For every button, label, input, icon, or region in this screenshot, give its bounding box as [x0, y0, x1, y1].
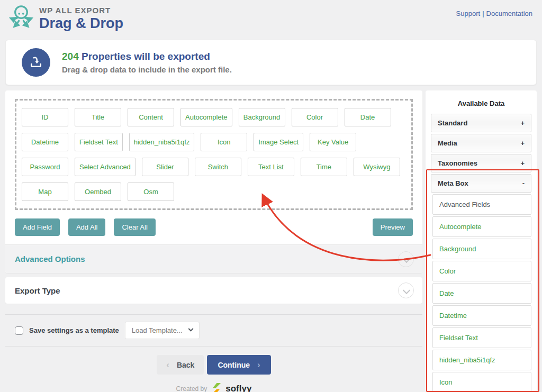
logo: WP ALL EXPORT Drag & Drop [7, 4, 123, 33]
accordion-section[interactable]: Meta Box - [431, 174, 531, 193]
meta-box-field[interactable]: Date [432, 283, 531, 304]
meta-box-field-list: Advanced Fields Autocomplete Background … [431, 194, 531, 392]
wp-all-export-page: WP ALL EXPORT Drag & Drop Support|Docume… [0, 0, 542, 392]
meta-box-field[interactable]: Fieldset Text [432, 327, 531, 348]
add-field-button[interactable]: Add Field [15, 218, 60, 236]
export-type-toggle[interactable]: Export Type [5, 277, 422, 304]
back-label: Back [177, 361, 194, 369]
accordion-section[interactable]: Media + [431, 134, 531, 152]
accordion-state-icon: + [520, 139, 525, 147]
available-data-title: Available Data [431, 97, 531, 114]
chevron-left-icon: ‹ [166, 360, 169, 369]
continue-button[interactable]: Continue › [207, 355, 270, 375]
documentation-link[interactable]: Documentation [486, 10, 532, 17]
field-chip[interactable]: Image Select [254, 133, 303, 151]
advanced-options-toggle[interactable]: Advanced Options [5, 244, 422, 273]
field-chip[interactable]: Time [301, 158, 347, 176]
export-summary-banner: 204 Properties will be exported Drag & d… [5, 40, 537, 85]
save-template-label: Save settings as a template [29, 326, 119, 334]
field-chip[interactable]: Icon [201, 133, 247, 151]
load-template-value: Load Template... [132, 326, 183, 334]
link-separator: | [482, 10, 484, 17]
properties-count-heading: 204 Properties will be exported [62, 51, 232, 62]
field-chip[interactable]: Datetime [22, 133, 68, 151]
divider [5, 346, 422, 347]
page-title: Drag & Drop [39, 15, 123, 32]
field-chip[interactable]: Switch [195, 158, 241, 176]
meta-box-field[interactable]: Color [432, 261, 531, 281]
export-type-label: Export Type [15, 286, 60, 295]
header: WP ALL EXPORT Drag & Drop Support|Docume… [0, 0, 542, 35]
chevron-down-icon[interactable] [398, 251, 414, 267]
meta-box-field[interactable]: Background [432, 239, 531, 259]
accordion-state-icon: + [520, 119, 525, 127]
footer: Created by soflyy [5, 383, 422, 392]
export-fields-dropzone[interactable]: IDTitleContentAutocompleteBackgroundColo… [15, 99, 413, 210]
advanced-options-label: Advanced Options [15, 254, 85, 263]
field-chip[interactable]: Content [128, 108, 174, 126]
clear-all-button[interactable]: Clear All [114, 218, 155, 236]
field-chip[interactable]: Title [75, 108, 121, 126]
preview-button[interactable]: Preview [373, 218, 413, 236]
field-chip[interactable]: Autocomplete [180, 108, 232, 126]
accordion-state-icon: + [520, 159, 525, 167]
accordion-state-icon: - [522, 179, 525, 187]
accordion-label: Taxonomies [438, 159, 477, 167]
download-icon [22, 48, 50, 77]
available-data-panel: Available Data Standard + Media + Taxono… [426, 90, 537, 392]
accordion-label: Media [438, 139, 457, 147]
back-button[interactable]: ‹ Back [157, 355, 204, 375]
field-chip[interactable]: Map [22, 183, 68, 201]
properties-count: 204 [62, 51, 79, 62]
meta-box-field[interactable]: Autocomplete [432, 216, 531, 237]
wizard-nav: ‹ Back Continue › [5, 355, 422, 375]
meta-box-field[interactable]: Icon [432, 372, 531, 392]
field-chip[interactable]: hidden_niba5i1qfz [129, 133, 195, 151]
banner-subtitle: Drag & drop data to include in the expor… [62, 65, 232, 74]
octopus-logo-icon [7, 4, 35, 33]
field-chip[interactable]: Oembed [75, 183, 121, 201]
field-chip[interactable]: Date [345, 108, 391, 126]
app-name: WP ALL EXPORT [39, 6, 123, 15]
field-chip[interactable]: Password [22, 158, 68, 176]
field-chip[interactable]: Osm [128, 183, 174, 201]
meta-box-field[interactable]: Datetime [432, 305, 531, 326]
meta-box-field[interactable]: hidden_niba5i1qfz [432, 350, 531, 370]
field-chip[interactable]: ID [22, 108, 68, 126]
field-chip[interactable]: Slider [142, 158, 188, 176]
properties-heading-text: Properties will be exported [79, 51, 210, 62]
field-chip[interactable]: Wysiwyg [354, 158, 400, 176]
accordion-list: Standard + Media + Taxonomies + Met [431, 114, 531, 193]
soflyy-brand-text[interactable]: soflyy [225, 384, 251, 392]
field-chip[interactable]: Background [239, 108, 285, 126]
chevron-right-icon: › [257, 360, 260, 369]
drag-drop-card: IDTitleContentAutocompleteBackgroundColo… [5, 90, 422, 273]
continue-label: Continue [218, 361, 250, 369]
main-column: IDTitleContentAutocompleteBackgroundColo… [5, 90, 422, 392]
field-chip[interactable]: Color [292, 108, 338, 126]
accordion-label: Meta Box [438, 179, 468, 187]
template-bar: Save settings as a template Load Templat… [5, 315, 422, 346]
accordion-section[interactable]: Taxonomies + [431, 154, 531, 172]
accordion-section[interactable]: Standard + [431, 114, 531, 132]
chevron-down-icon[interactable] [398, 282, 414, 298]
header-links: Support|Documentation [456, 10, 532, 17]
field-chip[interactable]: Key Value [310, 133, 356, 151]
save-template-checkbox[interactable] [15, 326, 23, 335]
field-chip[interactable]: Text List [248, 158, 294, 176]
accordion-label: Standard [438, 119, 467, 127]
soflyy-logo-icon [211, 383, 221, 392]
support-link[interactable]: Support [456, 10, 481, 17]
load-template-select[interactable]: Load Template... [125, 322, 200, 339]
dropzone-toolbar: Add Field Add All Clear All Preview [15, 218, 413, 236]
field-chip[interactable]: Fieldset Text [75, 133, 123, 151]
chevron-down-icon [188, 326, 193, 332]
meta-box-field[interactable]: Advanced Fields [432, 194, 531, 215]
created-by-text: Created by [176, 385, 207, 392]
add-all-button[interactable]: Add All [68, 218, 105, 236]
field-chip[interactable]: Select Advanced [75, 158, 136, 176]
